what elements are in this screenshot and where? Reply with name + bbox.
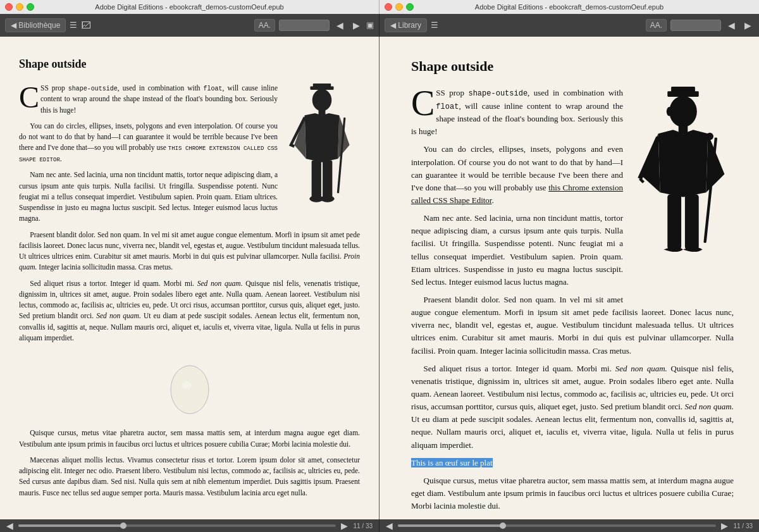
progress-bar-right: ◀ ▶ 11 / 33 — [379, 519, 759, 532]
font-size-btn-left[interactable]: AA. — [254, 19, 275, 32]
left-para-4: Praesent blandit dolor. Sed non quam. In… — [19, 230, 360, 273]
progress-label-left: 11 / 33 — [353, 523, 373, 529]
svg-point-10 — [182, 381, 192, 389]
maximize-button-right[interactable] — [406, 3, 414, 11]
toolbar-left: ◀ Bibliothèque ☰ 🗠 AA. ◀ ▶ ▣ — [0, 14, 379, 37]
window-title-right: Adobe Digital Editions - ebookcraft_demo… — [475, 3, 663, 11]
right-para-6: Quisque cursus, metus vitae pharetra auc… — [411, 474, 734, 512]
next-scroll-btn-left[interactable]: ▶ — [341, 521, 348, 531]
minimize-button[interactable] — [16, 3, 23, 11]
prev-page-btn-right[interactable]: ◀ — [725, 19, 737, 32]
gentleman-figure-right — [632, 87, 734, 292]
svg-rect-1 — [313, 84, 331, 88]
window-title-left: Adobe Digital Editions - ebookcraft_demo… — [95, 3, 283, 11]
svg-rect-16 — [667, 194, 681, 249]
search-input-right[interactable] — [670, 20, 721, 31]
prev-page-btn-left[interactable]: ◀ — [333, 19, 346, 32]
svg-rect-3 — [319, 110, 326, 116]
chrome-extension-link[interactable]: this Chrome extension called CSS Shape E… — [411, 183, 623, 205]
right-para-4: Praesent blandit dolor. Sed non quam. In… — [411, 294, 734, 357]
library-btn-right[interactable]: ◀ Library — [385, 18, 427, 32]
left-title: Shape outside — [19, 56, 360, 73]
list-icon-left[interactable]: ☰ — [70, 20, 77, 30]
next-page-btn-left[interactable]: ▶ — [350, 19, 362, 32]
next-scroll-btn-right[interactable]: ▶ — [721, 521, 728, 531]
title-bar-left: Adobe Digital Editions - ebookcraft_demo… — [0, 0, 379, 14]
right-book-content: Shape outside — [379, 37, 759, 519]
egg-figure — [164, 355, 215, 421]
chart-icon-left[interactable]: 🗠 — [81, 20, 91, 31]
progress-label-right: 11 / 33 — [733, 523, 753, 529]
right-highlighted: This is an œuf sur le plat — [411, 457, 734, 469]
svg-point-13 — [669, 96, 697, 127]
library-btn-left[interactable]: ◀ Bibliothèque — [5, 18, 66, 32]
progress-fill-right — [398, 524, 503, 527]
right-para-5: Sed aliquet risus a tortor. Integer id q… — [411, 362, 734, 452]
display-icon-left[interactable]: ▣ — [366, 20, 374, 30]
next-page-btn-right[interactable]: ▶ — [741, 19, 754, 32]
progress-fill-left — [18, 524, 123, 527]
close-button-right[interactable] — [385, 3, 392, 11]
svg-point-7 — [321, 195, 335, 202]
progress-thumb-right[interactable] — [500, 523, 506, 529]
drop-cap-left: C — [19, 85, 39, 109]
svg-point-2 — [312, 89, 332, 111]
left-para-5: Sed aliquet risus a tortor. Integer id q… — [19, 278, 360, 344]
progress-thumb-left[interactable] — [120, 523, 126, 529]
svg-rect-17 — [685, 194, 699, 249]
svg-rect-5 — [323, 160, 332, 198]
svg-rect-12 — [671, 87, 695, 93]
left-para-6: Quisque cursus, metus vitae pharetra auc… — [19, 428, 360, 450]
minimize-button-right[interactable] — [395, 3, 403, 11]
svg-point-9 — [171, 366, 209, 414]
highlighted-text: This is an œuf sur le plat — [411, 458, 493, 467]
left-para-7: Maecenas aliquet mollis lectus. Vivamus … — [19, 455, 360, 498]
progress-track-left[interactable] — [18, 524, 336, 527]
gentleman-figure-left — [284, 83, 360, 224]
font-size-btn-right[interactable]: AA. — [646, 19, 667, 32]
list-icon-right[interactable]: ☰ — [431, 20, 438, 30]
svg-rect-4 — [312, 160, 321, 198]
progress-bar-left: ◀ ▶ 11 / 33 — [0, 519, 379, 532]
drop-cap-right: C — [411, 89, 435, 118]
search-input-left[interactable] — [279, 20, 330, 31]
title-bar-right: Adobe Digital Editions - ebookcraft_demo… — [379, 0, 759, 14]
close-button[interactable] — [5, 3, 13, 11]
left-panel: Shape outside — [0, 37, 379, 519]
prev-scroll-btn-left[interactable]: ◀ — [6, 521, 13, 531]
svg-point-14 — [667, 107, 672, 116]
left-book-content: Shape outside — [0, 37, 379, 519]
svg-point-19 — [706, 133, 713, 140]
maximize-button[interactable] — [27, 3, 34, 11]
progress-track-right[interactable] — [398, 524, 716, 527]
prev-scroll-btn-right[interactable]: ◀ — [386, 521, 393, 531]
right-panel: Shape outside — [379, 37, 759, 519]
right-title: Shape outside — [411, 56, 734, 77]
toolbar-right: ◀ Library ☰ AA. ◀ ▶ — [379, 14, 759, 37]
